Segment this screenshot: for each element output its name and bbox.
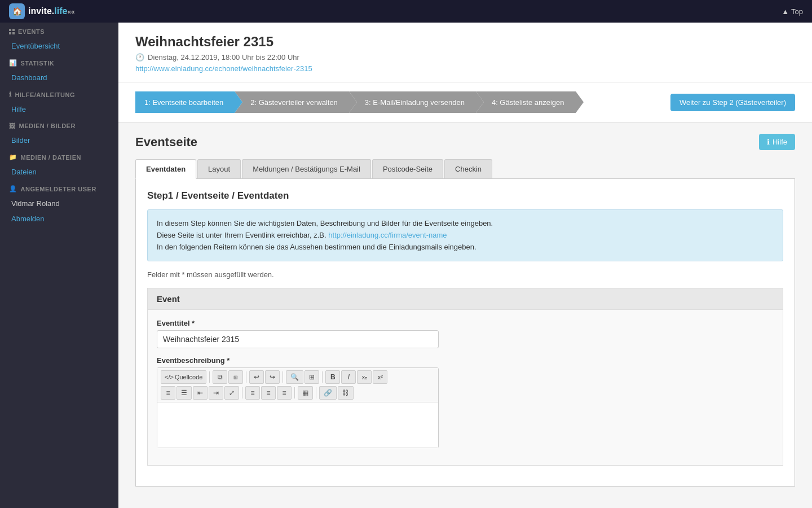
eventbeschreibung-label: Eventbeschreibung * [157, 356, 774, 365]
sidebar-item-bilder[interactable]: Bilder [0, 133, 118, 148]
medien-bilder-icon: 🖼 [9, 122, 16, 129]
toolbar-sep-6 [294, 387, 295, 398]
eventtitel-input[interactable] [157, 330, 439, 348]
help-btn-label: Hilfe [773, 138, 787, 146]
logo[interactable]: 🏠 invite.life«« [9, 3, 75, 19]
step-4[interactable]: 4: Gästeliste anzeigen [476, 91, 576, 113]
layout: EVENTS Eventübersicht 📊 STATISTIK Dashbo… [0, 23, 812, 508]
tab-eventdaten[interactable]: Eventdaten [135, 159, 196, 179]
tab-meldungen[interactable]: Meldungen / Bestätigungs E-Mail [242, 159, 371, 178]
top-link[interactable]: ▲ Top [782, 7, 803, 16]
sidebar-section-user-label: ANGEMELDETER USER [21, 186, 96, 192]
toolbar-sup[interactable]: x² [373, 370, 387, 384]
ul-icon: ☰ [181, 389, 187, 397]
sidebar-item-eventübersicht[interactable]: Eventübersicht [0, 38, 118, 54]
next-step-button[interactable]: Weiter zu Step 2 (Gästeverteiler) [670, 94, 795, 111]
page-content: Eventseite ℹ Hilfe Eventdaten Layout Mel… [118, 122, 812, 498]
step-3[interactable]: 3: E-Mail/Einladung versenden [349, 91, 476, 113]
step-sub-title: Step1 / Eventseite / Eventdaten [147, 190, 783, 202]
toolbar-align-right[interactable]: ≡ [277, 386, 292, 400]
steps-row: 1: Eventseite bearbeiten 2: Gästeverteil… [135, 91, 576, 113]
help-button[interactable]: ℹ Hilfe [759, 134, 795, 150]
toolbar-undo[interactable]: ↩ [249, 370, 264, 384]
toolbar-sep-7 [316, 387, 316, 398]
sidebar-section-hilfe: ℹ HILFE/ANLEITUNG [0, 85, 118, 102]
step-3-label: 3: E-Mail/Einladung versenden [365, 98, 465, 107]
indent-dec-icon: ⇤ [197, 389, 203, 397]
toolbar-fullscreen[interactable]: ⤢ [224, 386, 239, 400]
sidebar-username: Vidmar Roland [0, 196, 118, 211]
tab-layout[interactable]: Layout [197, 159, 241, 178]
toolbar-sep-1 [209, 371, 210, 383]
section-title: Eventseite [135, 135, 197, 150]
sidebar-item-dashboard[interactable]: Dashboard [0, 70, 118, 85]
editor-body[interactable] [157, 402, 438, 448]
table-icon: ▦ [302, 389, 308, 397]
section-header-row: Eventseite ℹ Hilfe [135, 134, 795, 150]
toolbar-italic[interactable]: I [341, 370, 356, 384]
sidebar-item-abmelden[interactable]: Abmelden [0, 211, 118, 226]
event-header: Weihnachtsfeier 2315 🕐 Dienstag, 24.12.2… [118, 23, 812, 82]
ol-icon: ≡ [166, 389, 170, 397]
toolbar-copy[interactable]: ⧉ [213, 370, 227, 384]
italic-icon: I [348, 373, 350, 381]
toolbar-paste[interactable]: ⧆ [228, 370, 243, 384]
align-left-icon: ≡ [250, 389, 254, 397]
sidebar-section-medien-dateien-label: MEDIEN / DATEIEN [21, 154, 81, 161]
statistik-icon: 📊 [9, 59, 17, 67]
tab-checkin[interactable]: Checkin [444, 159, 492, 178]
tab-postcode[interactable]: Postcode-Seite [372, 159, 443, 178]
sidebar-item-dateien[interactable]: Dateien [0, 164, 118, 179]
toolbar-sep-2 [246, 371, 246, 383]
event-title: Weihnachtsfeier 2315 [135, 34, 795, 50]
step-2[interactable]: 2: Gästeverteiler verwalten [235, 91, 349, 113]
toolbar-search[interactable]: 🔍 [286, 370, 303, 384]
sidebar-section-events-label: EVENTS [18, 28, 45, 35]
sub-icon: x₂ [362, 374, 368, 381]
toolbar-ol[interactable]: ≡ [161, 386, 175, 400]
fullscreen-icon: ⤢ [229, 389, 235, 397]
logo-text: invite.life«« [28, 6, 75, 16]
sidebar-section-events: EVENTS [0, 23, 118, 38]
toolbar-ul[interactable]: ☰ [176, 386, 192, 400]
step-1-label: 1: Eventseite bearbeiten [144, 98, 223, 107]
sidebar-section-medien-bilder-label: MEDIEN / BILDER [19, 122, 76, 129]
info-link[interactable]: http://einladung.cc/firma/event-name [328, 231, 447, 239]
required-note: Felder mit * müssen ausgefüllt werden. [147, 270, 783, 279]
indent-inc-icon: ⇥ [213, 389, 219, 397]
link-icon: 🔗 [324, 389, 332, 397]
toolbar-tableops[interactable]: ⊞ [304, 370, 319, 384]
step-1[interactable]: 1: Eventseite bearbeiten [135, 91, 235, 113]
sidebar-item-hilfe[interactable]: Hilfe [0, 102, 118, 117]
toolbar-table[interactable]: ▦ [298, 386, 313, 400]
toolbar-align-center[interactable]: ≡ [261, 386, 276, 400]
toolbar-redo[interactable]: ↪ [265, 370, 280, 384]
align-center-icon: ≡ [266, 389, 270, 397]
sidebar-section-medien-bilder: 🖼 MEDIEN / BILDER [0, 117, 118, 133]
toolbar-quellcode[interactable]: </> Quellcode [161, 370, 206, 384]
align-right-icon: ≡ [282, 389, 286, 397]
toolbar-unlink[interactable]: ⛓ [338, 386, 354, 400]
toolbar-link[interactable]: 🔗 [319, 386, 337, 400]
topbar: 🏠 invite.life«« ▲ Top [0, 0, 812, 23]
toolbar-bold[interactable]: B [325, 370, 340, 384]
top-link-label: Top [791, 7, 803, 16]
events-grid-icon [9, 29, 15, 34]
bold-icon: B [330, 373, 336, 381]
event-meta: 🕐 Dienstag, 24.12.2019, 18:00 Uhr bis 22… [135, 53, 795, 62]
sub-section-title: Event [148, 288, 783, 310]
paste-icon: ⧆ [233, 373, 238, 381]
toolbar-sub[interactable]: x₂ [357, 370, 372, 384]
tableops-icon: ⊞ [309, 373, 315, 381]
toolbar-sep-5 [242, 387, 242, 398]
sidebar-section-medien-dateien: 📁 MEDIEN / DATEIEN [0, 148, 118, 164]
event-link[interactable]: http://www.einladung.cc/echonet/weihnach… [135, 64, 312, 73]
toolbar-indent-dec[interactable]: ⇤ [193, 386, 208, 400]
quellcode-icon: </> [165, 374, 174, 380]
event-date: Dienstag, 24.12.2019, 18:00 Uhr bis 22:0… [148, 53, 299, 62]
editor-toolbar: </> Quellcode ⧉ ⧆ ↩ ↪ [157, 368, 438, 402]
toolbar-align-left[interactable]: ≡ [245, 386, 260, 400]
toolbar-indent-inc[interactable]: ⇥ [209, 386, 223, 400]
sup-icon: x² [378, 374, 383, 380]
sidebar: EVENTS Eventübersicht 📊 STATISTIK Dashbo… [0, 23, 118, 508]
